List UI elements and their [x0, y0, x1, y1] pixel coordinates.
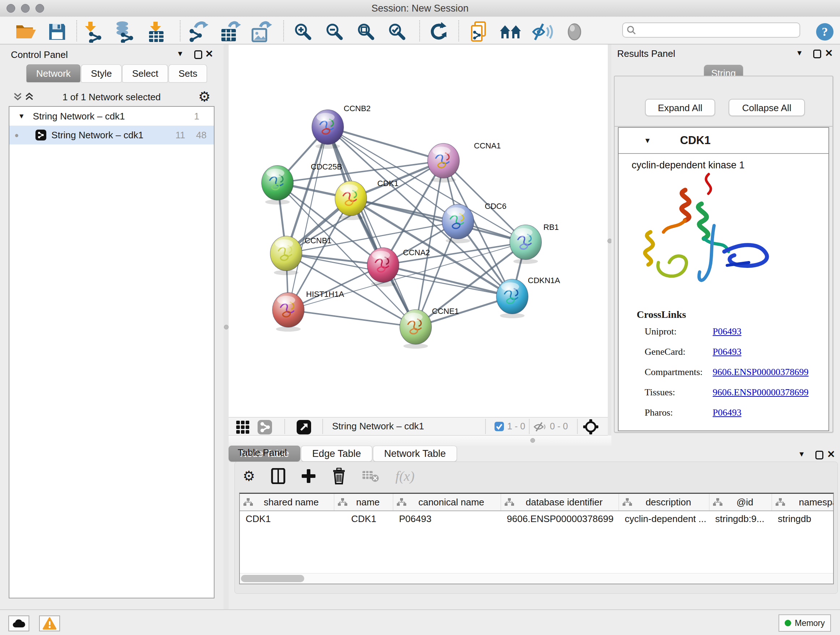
network-options-gear-icon[interactable]: ⚙	[198, 90, 210, 103]
panel-float-icon[interactable]	[194, 50, 202, 59]
results-buttons-row: Expand All Collapse All	[615, 76, 832, 127]
show-columns-icon[interactable]	[271, 468, 286, 484]
table-type-tabs: Node TableEdge TableNetwork Table	[229, 446, 840, 462]
tab-edge-table[interactable]: Edge Table	[301, 446, 372, 462]
scrollbar-thumb[interactable]	[241, 575, 304, 582]
expand-all-button[interactable]: Expand All	[645, 99, 715, 116]
graph-node-CCNB2[interactable]	[312, 110, 344, 149]
panel-close-icon[interactable]: ✕	[827, 448, 835, 460]
import-database-icon[interactable]	[113, 22, 136, 42]
graph-node-CDC25B[interactable]	[262, 165, 294, 204]
column-header-database-identifier[interactable]: database identifier	[501, 494, 619, 510]
zoom-out-icon[interactable]	[323, 22, 346, 42]
protein-structure-image	[627, 168, 783, 302]
table-cell: CDK1	[334, 513, 393, 524]
crosslink-link[interactable]: P06493	[713, 407, 741, 418]
tab-select[interactable]: Select	[122, 65, 168, 82]
splitter-handle[interactable]	[224, 325, 229, 329]
hidden-eye-icon[interactable]	[534, 422, 546, 432]
memory-button[interactable]: Memory	[778, 614, 831, 632]
reposition-crosshair-icon[interactable]	[583, 419, 598, 434]
crosslink-link[interactable]: 9606.ENSP00000378699	[713, 387, 808, 398]
protein-result-card: ▼ CDK1 cyclin-dependent kinase 1	[618, 127, 829, 431]
toolbar-divider	[76, 20, 77, 41]
graph-node-CCNA1[interactable]	[428, 143, 459, 182]
collapse-all-button[interactable]: Collapse All	[729, 99, 805, 116]
network-tree-root-row[interactable]: ▼ String Network – cdk1 1	[9, 107, 214, 126]
column-header-canonical-name[interactable]: canonical name	[393, 494, 501, 510]
node-label-CDC6: CDC6	[485, 202, 507, 211]
add-column-icon[interactable]	[302, 469, 316, 483]
graph-node-CDKN1A[interactable]	[496, 279, 528, 318]
panel-menu-icon[interactable]: ▼	[798, 450, 805, 458]
table-container: ⚙ f(x) shared namenamecanonical namedata…	[234, 462, 838, 594]
graph-node-HIST1H1A[interactable]	[272, 293, 304, 332]
tree-collapse-icon[interactable]: ▼	[18, 112, 25, 120]
crosslink-link[interactable]: P06493	[713, 326, 741, 337]
string-network-icon	[35, 130, 46, 141]
zoom-selected-icon[interactable]	[386, 22, 409, 42]
network-share-icon[interactable]	[257, 420, 272, 434]
toolbar-divider	[419, 20, 420, 41]
collection-count: 1	[194, 111, 199, 122]
cloud-button[interactable]	[8, 616, 29, 631]
table-row[interactable]: CDK1CDK1P064939606.ENSP00000378699cyclin…	[240, 511, 833, 526]
column-header-@id[interactable]: @id	[709, 494, 772, 510]
panel-close-icon[interactable]: ✕	[825, 48, 833, 59]
help-icon[interactable]: ?	[813, 22, 836, 42]
search-input[interactable]	[639, 25, 799, 35]
open-in-window-icon[interactable]	[297, 420, 311, 434]
panel-float-icon[interactable]	[813, 50, 821, 58]
results-panel-title: Results Panel	[617, 48, 675, 59]
protein-card-header[interactable]: ▼ CDK1	[619, 128, 829, 154]
grid-view-icon[interactable]	[236, 420, 249, 434]
column-header-description[interactable]: description	[619, 494, 709, 510]
zoom-in-icon[interactable]	[292, 22, 315, 42]
copy-network-document-icon[interactable]	[469, 22, 492, 42]
homes-icon[interactable]	[499, 22, 523, 42]
selected-checkbox-icon[interactable]	[494, 422, 504, 431]
eye-icon[interactable]	[563, 22, 586, 42]
import-table-icon[interactable]	[145, 22, 168, 42]
warning-button[interactable]	[39, 616, 60, 631]
export-table-icon[interactable]	[218, 22, 242, 42]
table-settings-gear-icon[interactable]: ⚙	[243, 469, 255, 483]
column-header-namespace[interactable]: namespace	[772, 494, 834, 510]
toolbar-divider	[180, 20, 180, 41]
graph-node-CCNE1[interactable]	[400, 310, 431, 348]
import-network-icon[interactable]	[82, 22, 105, 42]
delete-column-icon[interactable]	[332, 468, 346, 485]
panel-menu-icon[interactable]: ▼	[796, 49, 803, 57]
collapse-caret-icon[interactable]: ▼	[644, 136, 651, 145]
zoom-fit-icon[interactable]	[355, 22, 378, 42]
splitter-handle[interactable]	[531, 438, 535, 443]
export-image-icon[interactable]	[249, 22, 273, 42]
crosslink-link[interactable]: 9606.ENSP00000378699	[713, 367, 808, 378]
table-horizontal-scrollbar[interactable]	[240, 573, 833, 584]
column-header-name[interactable]: name	[334, 494, 393, 510]
open-folder-icon[interactable]	[14, 22, 37, 42]
graph-node-RB1[interactable]	[510, 225, 542, 264]
network-tree-child-row[interactable]: ● String Network – cdk1 11 48	[9, 126, 214, 144]
right-splitter[interactable]	[608, 44, 611, 446]
crosslink-link[interactable]: P06493	[713, 347, 741, 357]
tab-network[interactable]: Network	[27, 65, 80, 82]
panel-menu-icon[interactable]: ▼	[177, 50, 184, 58]
left-splitter[interactable]	[224, 44, 229, 609]
column-header-shared-name[interactable]: shared name	[240, 494, 334, 510]
tab-sets[interactable]: Sets	[169, 65, 207, 82]
tab-style[interactable]: Style	[81, 65, 122, 82]
tab-network-table[interactable]: Network Table	[373, 446, 457, 462]
save-icon[interactable]	[46, 22, 69, 42]
network-view[interactable]: CCNB2CCNA1CDC25BCDK1CDC6RB1CCNB1CCNA2CDK…	[229, 44, 608, 435]
panel-close-icon[interactable]: ✕	[205, 48, 213, 60]
search-icon	[627, 25, 636, 35]
refresh-icon[interactable]	[427, 22, 450, 42]
table-cell: CDK1	[240, 513, 334, 524]
network-selection-status: 1 of 1 Network selected	[9, 92, 215, 103]
table-cell: stringdb	[772, 513, 834, 524]
hide-visibility-icon[interactable]	[531, 22, 554, 42]
cloud-icon	[12, 619, 25, 628]
panel-float-icon[interactable]	[815, 451, 823, 459]
export-network-icon[interactable]	[187, 22, 210, 42]
